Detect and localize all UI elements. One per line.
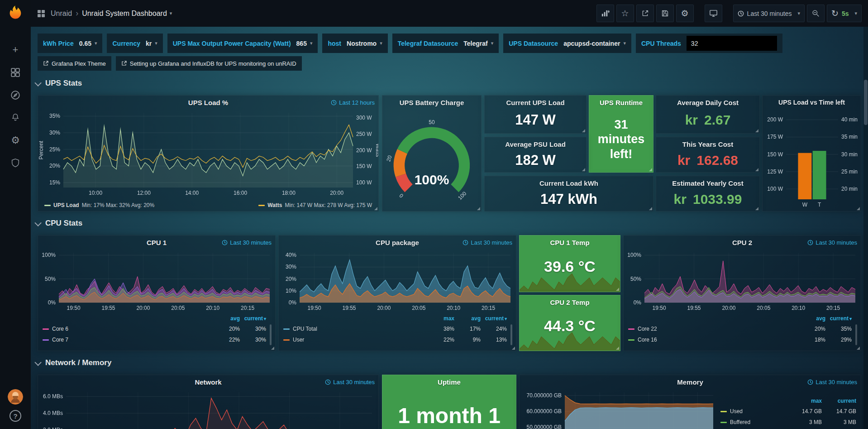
- legend-scrollbar[interactable]: [510, 324, 512, 345]
- panel-title[interactable]: CPU 2: [732, 239, 752, 246]
- legend-series-cpu-total[interactable]: CPU Total38%17%24%: [283, 323, 507, 334]
- save-dashboard-button[interactable]: [656, 5, 674, 22]
- panel-header[interactable]: UPS Runtime: [589, 96, 653, 109]
- apps-grid-icon[interactable]: [37, 10, 45, 18]
- configuration-button[interactable]: ⚙: [6, 131, 24, 149]
- legend-series-core22[interactable]: Core 2220%35%: [628, 323, 852, 334]
- create-plus-button[interactable]: +: [6, 41, 24, 59]
- panel-header[interactable]: CPU package Last 30 minutes: [279, 236, 516, 249]
- row-header-cpu-stats[interactable]: CPU Stats: [36, 218, 82, 229]
- legend-series-core16[interactable]: Core 1618%29%: [628, 334, 852, 345]
- legend-col-header[interactable]: current▾: [240, 315, 266, 322]
- row-header-network-memory[interactable]: Network / Memory: [36, 357, 111, 368]
- panel-title[interactable]: This Years Cost: [682, 140, 733, 148]
- panel-title[interactable]: Uptime: [438, 378, 461, 386]
- legend-col-header[interactable]: max: [787, 398, 822, 404]
- dashboard-title[interactable]: Unraid System Dashboard: [82, 10, 167, 18]
- panel-title[interactable]: Average Daily Cost: [677, 99, 739, 106]
- time-range-picker[interactable]: Last 30 minutes ▾: [733, 5, 805, 22]
- refresh-picker[interactable]: ↻ 5s ▾: [827, 5, 862, 22]
- server-admin-button[interactable]: [6, 154, 24, 172]
- dashboard-settings-button[interactable]: ⚙: [676, 5, 694, 22]
- ups-load-vs-time-bars[interactable]: [763, 109, 861, 211]
- memory-graph[interactable]: [520, 389, 719, 429]
- panel-header[interactable]: This Years Cost: [656, 137, 759, 151]
- legend-col-header[interactable]: avg: [214, 315, 240, 322]
- star-dashboard-button[interactable]: ☆: [616, 5, 634, 22]
- legend-scrollbar[interactable]: [855, 324, 857, 345]
- breadcrumb-folder[interactable]: Unraid: [51, 10, 72, 18]
- panel-title[interactable]: CPU package: [376, 239, 419, 246]
- row-header-ups-stats[interactable]: UPS Stats: [36, 78, 82, 89]
- var-cpu-threads[interactable]: CPU Threads: [636, 34, 782, 53]
- panel-header[interactable]: Network Last 30 minutes: [38, 375, 378, 389]
- add-panel-button[interactable]: [596, 5, 614, 22]
- dashboards-button[interactable]: [6, 63, 24, 82]
- panel-title[interactable]: CPU 1 Temp: [550, 239, 589, 246]
- tv-mode-button[interactable]: [705, 5, 722, 22]
- legend-col-header[interactable]: avg: [799, 315, 825, 322]
- panel-header[interactable]: CPU 2 Temp: [520, 295, 620, 309]
- panel-header[interactable]: Uptime: [382, 375, 516, 389]
- zoom-out-button[interactable]: [807, 5, 825, 22]
- legend-col-header[interactable]: current▾: [481, 315, 507, 322]
- panel-header[interactable]: Estimated Yearly Cost: [656, 176, 759, 190]
- ups-load-graph[interactable]: [38, 109, 378, 199]
- var-host[interactable]: hostNostromo▾: [322, 34, 387, 53]
- network-graph[interactable]: [38, 389, 378, 429]
- panel-title[interactable]: CPU 2 Temp: [550, 299, 589, 306]
- help-button[interactable]: ?: [10, 410, 21, 422]
- panel-header[interactable]: Current UPS Load: [485, 96, 586, 109]
- grafana-logo[interactable]: [6, 4, 24, 22]
- panel-title[interactable]: Current Load kWh: [539, 179, 598, 187]
- panel-title[interactable]: Network: [195, 378, 221, 386]
- panel-header[interactable]: CPU 1 Temp: [520, 236, 620, 249]
- panel-title[interactable]: UPS Runtime: [600, 99, 643, 106]
- panel-title[interactable]: Estimated Yearly Cost: [672, 179, 743, 187]
- caret-down-icon[interactable]: ▾: [170, 10, 172, 16]
- alerting-button[interactable]: [6, 109, 24, 127]
- share-dashboard-button[interactable]: [636, 5, 654, 22]
- legend-col-header[interactable]: current▾: [825, 315, 852, 322]
- panel-header[interactable]: Memory Last 30 minutes: [520, 375, 861, 389]
- panel-header[interactable]: UPS Load vs Time left: [763, 96, 861, 109]
- panel-header[interactable]: Average PSU Load: [485, 137, 586, 151]
- legend-col-header[interactable]: max: [428, 315, 454, 322]
- cpu1-graph[interactable]: [38, 249, 275, 313]
- panel-header[interactable]: UPS Battery Charge: [382, 96, 481, 109]
- scrollbar-thumb[interactable]: [864, 80, 868, 125]
- legend-series-buffered[interactable]: Buffered3 MB3 MB: [720, 417, 856, 428]
- cpu-package-graph[interactable]: [279, 249, 516, 313]
- link-ups-monitoring-guide[interactable]: Setting up Grafana and InfluxDB for UPS …: [116, 56, 302, 71]
- link-grafana-plex-theme[interactable]: Grafana Plex Theme: [38, 56, 111, 71]
- explore-button[interactable]: [6, 86, 24, 104]
- legend-col-header[interactable]: avg: [454, 315, 481, 322]
- panel-title[interactable]: UPS Load vs Time left: [778, 99, 845, 106]
- cpu-threads-input[interactable]: [687, 36, 777, 51]
- user-avatar[interactable]: [8, 389, 23, 405]
- panel-title[interactable]: UPS Load %: [188, 99, 228, 106]
- panel-title[interactable]: Average PSU Load: [505, 140, 566, 148]
- legend-series-ups-load[interactable]: UPS LoadMin: 17% Max: 32% Avg: 20%: [44, 202, 154, 208]
- panel-title[interactable]: Memory: [677, 378, 703, 386]
- panel-title[interactable]: Current UPS Load: [506, 99, 564, 106]
- legend-series-core6[interactable]: Core 620%30%: [43, 323, 266, 334]
- battery-gauge[interactable]: [382, 109, 481, 211]
- var-ups-max-output[interactable]: UPS Max Output Power Capacity (Watt)865▾: [167, 34, 318, 53]
- panel-header[interactable]: CPU 2 Last 30 minutes: [624, 236, 861, 249]
- legend-col-header[interactable]: current: [822, 398, 856, 404]
- var-ups-datasource[interactable]: UPS Datasourceapcupsd-container▾: [503, 34, 631, 53]
- cpu2-graph[interactable]: [624, 249, 861, 313]
- var-telegraf-datasource[interactable]: Telegraf DatasourceTelegraf▾: [392, 34, 499, 53]
- panel-header[interactable]: Current Load kWh: [485, 176, 653, 190]
- legend-series-core7[interactable]: Core 722%30%: [43, 334, 266, 345]
- panel-title[interactable]: CPU 1: [147, 239, 167, 246]
- panel-header[interactable]: Average Daily Cost: [656, 96, 759, 109]
- panel-header[interactable]: UPS Load % Last 12 hours: [38, 96, 378, 109]
- legend-series-user[interactable]: User22%9%13%: [283, 334, 507, 345]
- panel-title[interactable]: UPS Battery Charge: [400, 99, 464, 106]
- legend-series-watts[interactable]: WattsMin: 147 W Max: 278 W Avg: 175 W: [258, 202, 372, 208]
- legend-series-used[interactable]: Used14.7 GB14.7 GB: [720, 406, 856, 417]
- var-kwh-price[interactable]: kWh Price0.65▾: [38, 34, 102, 53]
- var-currency[interactable]: Currencykr▾: [107, 34, 162, 53]
